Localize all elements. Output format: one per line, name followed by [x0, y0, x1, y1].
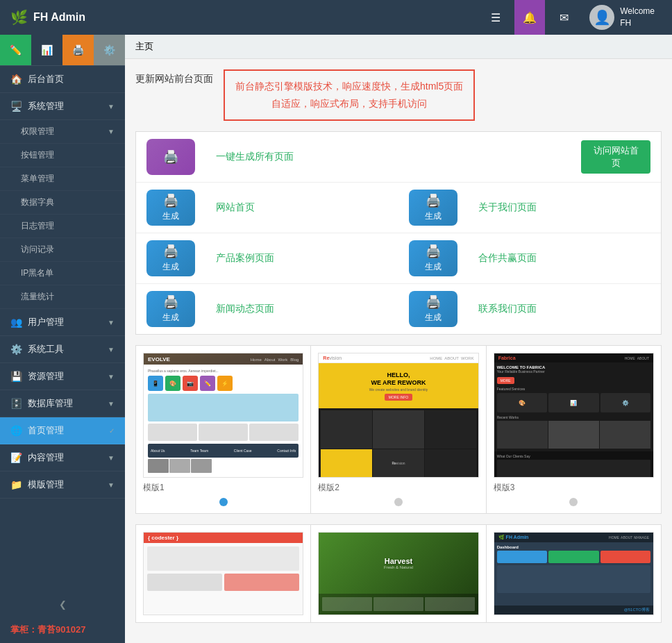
template-card-2[interactable]: Revision HOME ABOUT WORK HELLO,WE ARE RE…: [311, 346, 485, 513]
sidebar-collapse-button[interactable]: ❮: [0, 592, 125, 617]
sidebar-item-system[interactable]: 🖥️ 系统管理 ▼: [0, 93, 125, 120]
template-preview-4: { codester }: [143, 532, 303, 615]
gen-products-button[interactable]: 🖨️ 生成: [146, 240, 195, 276]
gen-cell-home: 🖨️ 生成: [136, 183, 205, 233]
template-card-4[interactable]: { codester }: [136, 525, 310, 622]
homepage-icon: 🌐: [10, 425, 22, 436]
sidebar-label-blacklist: IP黑名单: [21, 267, 53, 279]
sidebar-footer: 掌柜：青苔901027: [0, 617, 125, 643]
gen-contact-button[interactable]: 🖨️ 生成: [409, 291, 457, 327]
sidebar-item-blacklist[interactable]: IP黑名单: [0, 262, 125, 285]
sidebar-item-tools[interactable]: ⚙️ 系统工具 ▼: [0, 336, 125, 363]
gen-home-name: 网站首页: [216, 201, 255, 214]
breadcrumb: 主页: [135, 40, 153, 53]
notice-section: 更新网站前台页面 前台静态引擎模版技术，响应速度快，生成html5页面 自适应，…: [135, 69, 662, 121]
sidebar-item-dashboard[interactable]: 🏠 后台首页: [0, 66, 125, 93]
content-body: 更新网站前台页面 前台静态引擎模版技术，响应速度快，生成html5页面 自适应，…: [125, 59, 672, 643]
sidebar-item-templates[interactable]: 📁 模版管理 ▼: [0, 471, 125, 499]
main-layout: ✏️ 📊 🖨️ ⚙️ 🏠 后台首页 🖥️ 系统管理 ▼ 权限管理 ▼ 按钮管理: [0, 35, 672, 643]
templates-icon: 📁: [10, 479, 22, 490]
sidebar-tool-settings[interactable]: ⚙️: [94, 35, 125, 65]
app-logo: 🌿 FH Admin: [10, 9, 85, 26]
chevron-right-icon: ▼: [108, 128, 115, 135]
gen-row-1: 🖨️ 生成 网站首页 🖨️ 生成 关于我们页面: [136, 183, 661, 233]
gen-partner-name-cell: 合作共赢页面: [468, 245, 661, 272]
sidebar-item-traffic[interactable]: 流量统计: [0, 285, 125, 309]
collapse-icon: ❮: [59, 599, 67, 610]
user-menu[interactable]: 👤 Welcome FH: [582, 0, 662, 35]
notice-box: 前台静态引擎模版技术，响应速度快，生成html5页面 自适应，响应式布局，支持手…: [224, 69, 475, 121]
sidebar-tool-chart[interactable]: 📊: [31, 35, 62, 65]
notice-title: 更新网站前台页面: [135, 69, 213, 85]
template-card-1[interactable]: EVOLVE HomeAboutWorkBlog Phasellus a sap…: [136, 346, 310, 513]
welcome-text: Welcome: [620, 6, 655, 17]
gen-row-3: 🖨️ 生成 新闻动态页面 🖨️ 生成 联系我们页面: [136, 284, 661, 334]
logo-leaf-icon: 🌿: [10, 9, 28, 26]
template-card-3[interactable]: Fabrica HOME ABOUT WELCOME TO FABRICA Yo…: [487, 346, 661, 513]
sidebar-item-buttons[interactable]: 按钮管理: [0, 144, 125, 167]
gen-all-label: 一键生成所有页面: [216, 151, 294, 163]
sidebar: ✏️ 📊 🖨️ ⚙️ 🏠 后台首页 🖥️ 系统管理 ▼ 权限管理 ▼ 按钮管理: [0, 35, 125, 643]
dashboard-icon: 🏠: [10, 74, 22, 85]
sidebar-item-resources[interactable]: 💾 资源管理 ▼: [0, 363, 125, 390]
template-preview-2: Revision HOME ABOUT WORK HELLO,WE ARE RE…: [318, 353, 478, 478]
sidebar-item-visits[interactable]: 访问记录: [0, 238, 125, 262]
gen-partner-icon: 🖨️: [426, 244, 441, 259]
sidebar-tool-edit[interactable]: ✏️: [0, 35, 31, 65]
menu-toggle-button[interactable]: ☰: [480, 0, 511, 35]
sidebar-item-menus[interactable]: 菜单管理: [0, 167, 125, 191]
visit-site-button[interactable]: 访问网站首页: [581, 140, 650, 174]
sidebar-tool-print[interactable]: 🖨️: [62, 35, 94, 65]
gen-cell-all-btn: 🖨️: [136, 132, 205, 182]
template-label-2: 模版2: [318, 482, 339, 494]
gen-about-name: 关于我们页面: [478, 201, 537, 214]
sidebar-label-resources: 资源管理: [28, 370, 64, 383]
gen-news-icon: 🖨️: [163, 294, 178, 310]
sidebar-item-dict[interactable]: 数据字典: [0, 191, 125, 215]
sidebar-item-permissions[interactable]: 权限管理 ▼: [0, 120, 125, 144]
username-text: FH: [620, 17, 655, 29]
sidebar-label-dict: 数据字典: [21, 197, 54, 208]
gen-visit-cell: 访问网站首页: [571, 133, 661, 181]
gen-all-button[interactable]: 🖨️: [146, 139, 195, 175]
gen-about-button[interactable]: 🖨️ 生成: [409, 190, 457, 226]
mail-button[interactable]: ✉: [548, 0, 579, 35]
gen-home-button[interactable]: 🖨️ 生成: [146, 190, 195, 226]
gen-news-label: 生成: [162, 312, 179, 324]
gen-about-icon: 🖨️: [426, 193, 441, 208]
template-preview-5: Harvest Fresh & Natural: [318, 532, 478, 615]
gen-products-name: 产品案例页面: [216, 252, 274, 265]
notification-bell-button[interactable]: 🔔: [514, 0, 545, 35]
sidebar-label-homepage: 首页管理: [28, 424, 64, 437]
chevron-templates-icon: ▼: [108, 481, 115, 489]
tpl1-mockup: EVOLVE HomeAboutWorkBlog Phasellus a sap…: [144, 353, 303, 477]
gen-partner-button[interactable]: 🖨️ 生成: [409, 240, 457, 276]
gen-contact-icon: 🖨️: [426, 294, 441, 310]
gen-news-name-cell: 新闻动态页面: [205, 296, 398, 322]
template-card-6[interactable]: 🌿 FH Admin HOME ABOUT MANAGE Dashboard: [487, 525, 661, 622]
gen-news-name: 新闻动态页面: [216, 303, 274, 315]
resources-icon: 💾: [10, 371, 22, 382]
gen-cell-about: 🖨️ 生成: [398, 183, 468, 233]
sidebar-label-templates: 模版管理: [28, 478, 64, 491]
gen-all-label-cell: 一键生成所有页面: [205, 144, 571, 170]
top-nav-right: ☰ 🔔 ✉ 👤 Welcome FH: [480, 0, 662, 35]
generate-table: 🖨️ 一键生成所有页面 访问网站首页 🖨️ 生成: [135, 131, 662, 335]
sidebar-item-content[interactable]: 📝 内容管理 ▼: [0, 444, 125, 471]
sidebar-label-buttons: 按钮管理: [21, 149, 54, 161]
sidebar-item-users[interactable]: 👥 用户管理 ▼: [0, 309, 125, 336]
sidebar-label-content: 内容管理: [28, 451, 64, 464]
template-card-5[interactable]: Harvest Fresh & Natural: [311, 525, 485, 622]
sidebar-toolbar: ✏️ 📊 🖨️ ⚙️: [0, 35, 125, 66]
sidebar-item-homepage[interactable]: 🌐 首页管理 ✓: [0, 417, 125, 444]
template-label-1: 模版1: [143, 482, 165, 494]
tpl3-mockup: Fabrica HOME ABOUT WELCOME TO FABRICA Yo…: [494, 353, 653, 477]
gen-contact-name: 联系我们页面: [478, 303, 537, 315]
gen-news-button[interactable]: 🖨️ 生成: [146, 291, 195, 327]
sidebar-item-logs[interactable]: 日志管理: [0, 215, 125, 238]
tools-icon: ⚙️: [10, 344, 22, 355]
gen-cell-products: 🖨️ 生成: [136, 233, 205, 283]
gen-cell-contact: 🖨️ 生成: [398, 284, 468, 334]
sidebar-item-database[interactable]: 🗄️ 数据库管理 ▼: [0, 390, 125, 417]
gen-cell-partner: 🖨️ 生成: [398, 233, 468, 283]
